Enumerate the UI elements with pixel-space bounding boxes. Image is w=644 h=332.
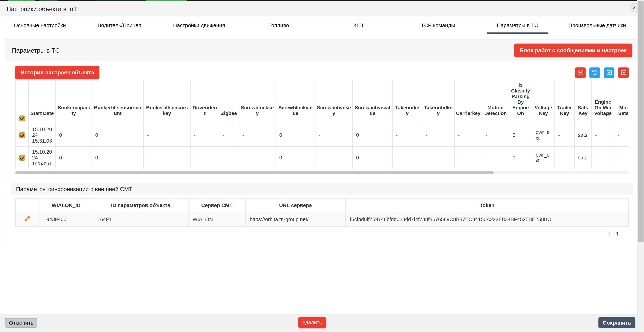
vt-cell-r2-c13: - (454, 146, 482, 169)
tab-label: Основные настройки (4, 17, 76, 34)
vehicle-table-header-row: Start DateBunkercapacityBunkerfillsensor… (16, 80, 629, 124)
vt-cell-r1-c14: - (482, 124, 509, 147)
delete-button[interactable]: Удалить (298, 317, 326, 328)
vt-cell-r2-c9: - (315, 146, 352, 169)
sync-section-header: Параметры синхронизации с внешней СМТ (11, 183, 633, 195)
vt-cell-r1-c4: - (144, 124, 190, 147)
vt-cell-r1-c17: - (554, 124, 574, 147)
sync-params-table: WIALON_IDID параметров объектаСервер СМТ… (15, 198, 629, 227)
sync-cell-r1-c2: 16491 (93, 212, 188, 227)
vt-column-header-9: Screwactivekey (315, 80, 352, 124)
vt-column-header-15: Is Classify Parking By Engine On (509, 80, 532, 124)
select-all-checkbox[interactable] (19, 115, 25, 121)
pencil-icon[interactable] (16, 212, 39, 227)
tab-bar: Основные настройкиВодитель/ПрицепНастрой… (0, 17, 637, 34)
vt-column-header-7: Screwblockkey (239, 80, 276, 124)
vertical-scrollbar-thumb[interactable] (638, 1, 644, 242)
square-minus-icon[interactable] (618, 67, 629, 78)
toolbar-icon-buttons (575, 67, 629, 78)
row-checkbox[interactable] (19, 132, 25, 138)
vt-cell-r2-c16: pwr_ext (532, 146, 555, 169)
square-plus-icon[interactable] (604, 67, 614, 78)
vt-cell-r2-c7: - (239, 146, 276, 169)
tab-1[interactable]: Основные настройки (0, 17, 80, 34)
vt-cell-r2-c20: - (614, 146, 629, 169)
sync-column-header-1: WIALON_ID (39, 199, 93, 212)
vertical-scrollbar[interactable] (637, 0, 644, 332)
horizontal-scrollbar[interactable] (15, 171, 629, 174)
messages-settings-block-button[interactable]: Блок работ с сообщениями и настроек (514, 43, 632, 57)
vt-cell-r1-c18: sats (574, 124, 592, 147)
tab-5[interactable]: КГП (318, 17, 398, 34)
pagination: 1 - 1 (11, 230, 619, 237)
undo-icon[interactable] (589, 67, 600, 78)
vt-column-header-13: Carrierkey (454, 80, 482, 124)
vt-column-header-18: Sats Key (574, 80, 592, 124)
tab-6[interactable]: ТСР команды (398, 17, 478, 34)
tab-label: КГП (344, 17, 373, 34)
tab-4[interactable]: Топливо (239, 17, 318, 34)
vt-cell-r1-c12: - (422, 124, 454, 147)
vt-column-header-20: Min Sats (614, 80, 629, 124)
vt-column-header-6: Zigbee (219, 80, 239, 124)
sync-cell-r1-c4: https://orbita.tn-group.net/ (246, 212, 346, 227)
vt-cell-r2-c5: - (190, 146, 219, 169)
vt-row-checkbox-cell (16, 146, 28, 169)
circle-minus-icon[interactable] (575, 67, 586, 78)
vt-column-header-3: Bunkerfillsensorscount (92, 80, 144, 124)
vt-cell-r1-c5: - (190, 124, 219, 147)
sync-section-title: Параметры синхронизации с внешней СМТ (16, 186, 132, 192)
sync-table-wrap: WIALON_IDID параметров объектаСервер СМТ… (15, 198, 629, 227)
vt-cell-r1-c19: - (592, 124, 614, 147)
tab-label: Произвольные датчики (559, 17, 636, 34)
tab-label: Настройки движения (163, 17, 235, 34)
vt-cell-r1-c3: 0 (92, 124, 144, 147)
vt-cell-r2-c18: sats (574, 146, 592, 169)
sync-edit-column-header (16, 199, 39, 212)
vt-column-header-17: Trailer Key (554, 80, 574, 124)
vt-column-header-10: Screwactivevalue (352, 80, 392, 124)
modal-title: Настройки объекта в IoT (6, 5, 77, 12)
vt-column-header-1: Start Date (28, 80, 56, 124)
select-all-cell (16, 80, 28, 124)
sync-cell-r1-c5: f5cfbd6ff759748bfdd028dd7f4f788f8676589C… (346, 212, 628, 227)
footer-bar: Отменить Удалить Сохранить (0, 314, 637, 332)
background-page-strip (0, 0, 637, 1)
vt-cell-r2-c8: 0 (276, 146, 315, 169)
horizontal-scrollbar-thumb[interactable] (15, 171, 494, 174)
vt-cell-r1-c9: - (315, 124, 352, 147)
vt-cell-r1-c2: 0 (56, 124, 92, 147)
vt-cell-r2-c2: 0 (56, 146, 92, 169)
vt-column-header-8: Screwblockvalue (276, 80, 315, 124)
vt-cell-r1-c11: - (392, 124, 422, 147)
tab-label: ТСР команды (411, 17, 465, 34)
tab-label: Параметры в ТС (487, 17, 548, 34)
save-button[interactable]: Сохранить (598, 317, 635, 328)
tab-7[interactable]: Параметры в ТС (478, 17, 558, 34)
vt-cell-r2-c14: - (482, 146, 509, 169)
vt-column-header-14: Motion Detection (482, 80, 509, 124)
vt-cell-r1-c20: - (614, 124, 629, 147)
vt-column-header-19: Engine On Min Voltage (592, 80, 614, 124)
vt-cell-r1-c7: - (239, 124, 276, 147)
vt-cell-r2-c3: 0 (92, 146, 144, 169)
tab-3[interactable]: Настройки движения (159, 17, 239, 34)
modal-settings-iot: Настройки объекта в IoT × Основные настр… (0, 0, 644, 332)
vt-cell-r1-c10: 0 (352, 124, 392, 147)
tab-8[interactable]: Произвольные датчики (558, 17, 637, 34)
object-settings-history-button[interactable]: История настроек объекта (15, 66, 99, 79)
vt-cell-r1-c8: 0 (276, 124, 315, 147)
cancel-button[interactable]: Отменить (5, 318, 38, 327)
table-toolbar: История настроек объекта (15, 66, 629, 79)
vt-cell-r1-c15: 0 (509, 124, 532, 147)
sync-table-header-row: WIALON_IDID параметров объектаСервер СМТ… (16, 199, 628, 212)
panel-body: История настроек объекта Start DateBunke… (5, 66, 639, 245)
row-checkbox[interactable] (19, 155, 25, 161)
vehicle-params-table: Start DateBunkercapacityBunkerfillsensor… (15, 80, 629, 169)
vt-cell-r2-c11: - (392, 146, 422, 169)
vt-cell-r2-c10: 0 (352, 146, 392, 169)
tab-label: Водитель/Прицеп (88, 17, 151, 34)
vt-column-header-4: Bunkerfillsensorskey (144, 80, 190, 124)
vt-cell-r2-c17: - (554, 146, 574, 169)
tab-2[interactable]: Водитель/Прицеп (80, 17, 159, 34)
